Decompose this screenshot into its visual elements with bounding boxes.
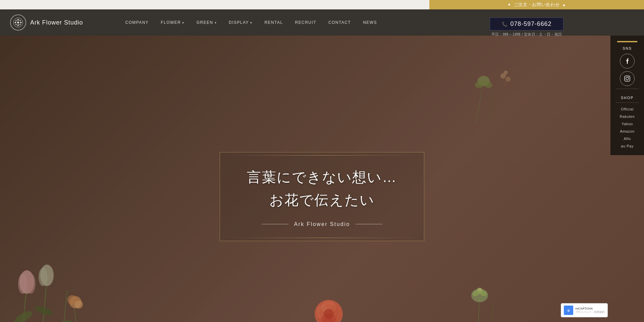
svg-point-1 bbox=[17, 21, 19, 24]
svg-point-2 bbox=[17, 19, 19, 21]
svg-point-8 bbox=[15, 24, 17, 25]
topbar-label: ご注文・お問い合わせ bbox=[514, 2, 560, 8]
phone-icon: 📞 bbox=[502, 21, 508, 27]
topbar-left-chevron: ▼ bbox=[507, 3, 511, 7]
svg-point-51 bbox=[504, 71, 508, 75]
side-shop-divider-top bbox=[615, 89, 639, 89]
phone-number: 078-597-6662 bbox=[511, 20, 552, 28]
shop-aupay-link[interactable]: au Pay bbox=[621, 142, 634, 150]
side-sns-label: SNS bbox=[623, 46, 632, 50]
shop-rakuten-link[interactable]: Rakuten bbox=[620, 113, 635, 120]
header-right: 📞 078-597-6662 平日：9時～18時 / 定休日：土・日・祝日 bbox=[419, 8, 634, 37]
nav-news[interactable]: NEWS bbox=[363, 20, 377, 25]
logo-link[interactable]: Ark Flower Studio bbox=[10, 14, 83, 31]
hero-content: 言葉にできない想い… お花で伝えたい Ark Flower Studio bbox=[220, 152, 424, 241]
hero-studio-name: Ark Flower Studio bbox=[294, 221, 350, 227]
svg-point-5 bbox=[20, 22, 22, 24]
display-dropdown-arrow: ▾ bbox=[250, 21, 252, 25]
recaptcha-text: reCAPTCHA プライバシー・利用規約 bbox=[575, 307, 605, 314]
side-shop-label: SHOP bbox=[621, 96, 634, 100]
svg-point-50 bbox=[506, 77, 511, 82]
shop-aflo-link[interactable]: Aflo bbox=[624, 135, 631, 142]
svg-point-19 bbox=[26, 274, 36, 294]
svg-point-14 bbox=[13, 309, 34, 322]
hero-title-line1: 言葉にできない想い… bbox=[247, 166, 397, 188]
flower-deco-center bbox=[295, 280, 362, 322]
flower-deco-right bbox=[449, 230, 550, 322]
svg-point-9 bbox=[19, 24, 21, 25]
svg-point-18 bbox=[18, 274, 28, 294]
svg-point-3 bbox=[17, 25, 19, 26]
flower-deco-top-right bbox=[456, 62, 530, 123]
svg-point-43 bbox=[324, 309, 334, 319]
instagram-button[interactable] bbox=[620, 71, 635, 86]
svg-line-12 bbox=[60, 290, 67, 322]
logo-text: Ark Flower Studio bbox=[30, 19, 83, 26]
svg-line-45 bbox=[490, 89, 493, 123]
hero-box: 言葉にできない想い… お花で伝えたい Ark Flower Studio bbox=[220, 152, 424, 241]
nav-display[interactable]: DISPLAY ▾ bbox=[229, 20, 252, 25]
flower-dropdown-arrow: ▾ bbox=[182, 21, 184, 25]
nav-green[interactable]: GREEN ▾ bbox=[197, 20, 217, 25]
business-hours: 平日：9時～18時 / 定休日：土・日・祝日 bbox=[491, 32, 562, 37]
shop-yahoo-link[interactable]: Yahoo bbox=[622, 120, 633, 128]
hero-divider: Ark Flower Studio bbox=[247, 221, 397, 227]
main-nav: COMPANY FLOWER ▾ GREEN ▾ DISPLAY ▾ RENTA… bbox=[125, 20, 377, 25]
green-dropdown-arrow: ▾ bbox=[215, 21, 217, 25]
nav-contact[interactable]: CONTACT bbox=[328, 20, 351, 25]
shop-official-link[interactable]: Official bbox=[621, 105, 634, 113]
svg-point-21 bbox=[39, 268, 47, 286]
hero-divider-right bbox=[356, 224, 382, 224]
hero-divider-left bbox=[262, 224, 288, 224]
hero-section: 言葉にできない想い… お花で伝えたい Ark Flower Studio SCR… bbox=[0, 36, 644, 322]
top-order-bar[interactable]: ▼ ご注文・お問い合わせ ▲ bbox=[429, 0, 644, 9]
side-panel: SNS SHOP Official Rakuten Yahoo Amazon A… bbox=[610, 36, 644, 155]
site-header: Ark Flower Studio COMPANY FLOWER ▾ GREEN… bbox=[0, 9, 644, 36]
svg-point-6 bbox=[15, 20, 17, 21]
svg-point-55 bbox=[629, 77, 629, 78]
nav-recruit[interactable]: RECRUIT bbox=[295, 20, 316, 25]
facebook-button[interactable] bbox=[620, 54, 635, 68]
svg-point-24 bbox=[75, 301, 83, 309]
recaptcha-logo bbox=[564, 306, 573, 315]
topbar-right-chevron: ▲ bbox=[562, 3, 566, 7]
side-shop-divider-bottom bbox=[615, 102, 639, 103]
recaptcha-badge: reCAPTCHA プライバシー・利用規約 bbox=[561, 303, 608, 317]
svg-point-4 bbox=[15, 22, 16, 24]
logo-icon bbox=[10, 14, 26, 31]
nav-flower[interactable]: FLOWER ▾ bbox=[161, 20, 184, 25]
nav-company[interactable]: COMPANY bbox=[125, 20, 149, 25]
shop-amazon-link[interactable]: Amazon bbox=[620, 128, 635, 135]
hero-title-line2: お花で伝えたい bbox=[247, 189, 397, 211]
phone-button[interactable]: 📞 078-597-6662 bbox=[490, 17, 564, 31]
nav-rental[interactable]: RENTAL bbox=[264, 20, 283, 25]
flower-deco-left bbox=[0, 217, 121, 322]
hero-title: 言葉にできない想い… お花で伝えたい bbox=[247, 166, 397, 211]
svg-point-54 bbox=[626, 77, 629, 80]
side-panel-gold-bar bbox=[617, 41, 637, 42]
svg-line-28 bbox=[490, 304, 493, 322]
svg-line-44 bbox=[476, 83, 483, 123]
svg-point-7 bbox=[19, 20, 21, 21]
svg-rect-53 bbox=[625, 76, 630, 81]
